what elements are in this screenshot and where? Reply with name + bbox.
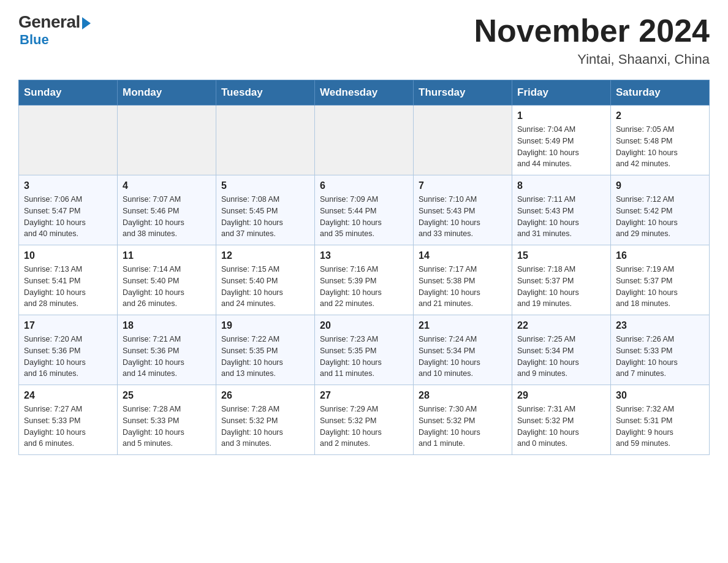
- day-number: 1: [517, 110, 605, 121]
- title-area: November 2024 Yintai, Shaanxi, China: [474, 12, 710, 67]
- calendar-cell: [118, 105, 216, 175]
- calendar-cell: 13Sunrise: 7:16 AM Sunset: 5:39 PM Dayli…: [315, 245, 414, 315]
- day-info: Sunrise: 7:28 AM Sunset: 5:32 PM Dayligh…: [221, 404, 309, 450]
- calendar-cell: 24Sunrise: 7:27 AM Sunset: 5:33 PM Dayli…: [19, 385, 118, 455]
- calendar-cell: 28Sunrise: 7:30 AM Sunset: 5:32 PM Dayli…: [414, 385, 512, 455]
- day-info: Sunrise: 7:22 AM Sunset: 5:35 PM Dayligh…: [221, 334, 309, 380]
- day-number: 12: [221, 250, 309, 261]
- calendar-cell: 20Sunrise: 7:23 AM Sunset: 5:35 PM Dayli…: [315, 315, 414, 385]
- calendar-cell: 19Sunrise: 7:22 AM Sunset: 5:35 PM Dayli…: [216, 315, 315, 385]
- day-number: 7: [419, 180, 507, 191]
- day-info: Sunrise: 7:30 AM Sunset: 5:32 PM Dayligh…: [419, 404, 507, 450]
- day-info: Sunrise: 7:11 AM Sunset: 5:43 PM Dayligh…: [517, 194, 605, 240]
- day-info: Sunrise: 7:25 AM Sunset: 5:34 PM Dayligh…: [517, 334, 605, 380]
- day-number: 27: [320, 390, 408, 401]
- calendar-cell: 3Sunrise: 7:06 AM Sunset: 5:47 PM Daylig…: [19, 175, 118, 245]
- week-row-5: 24Sunrise: 7:27 AM Sunset: 5:33 PM Dayli…: [19, 385, 710, 455]
- day-number: 26: [221, 390, 309, 401]
- week-row-1: 1Sunrise: 7:04 AM Sunset: 5:49 PM Daylig…: [19, 105, 710, 175]
- day-number: 16: [616, 250, 704, 261]
- day-info: Sunrise: 7:15 AM Sunset: 5:40 PM Dayligh…: [221, 264, 309, 310]
- weekday-header-saturday: Saturday: [611, 80, 710, 105]
- day-info: Sunrise: 7:17 AM Sunset: 5:38 PM Dayligh…: [419, 264, 507, 310]
- calendar-cell: [216, 105, 315, 175]
- calendar-cell: 17Sunrise: 7:20 AM Sunset: 5:36 PM Dayli…: [19, 315, 118, 385]
- calendar-cell: 16Sunrise: 7:19 AM Sunset: 5:37 PM Dayli…: [611, 245, 710, 315]
- weekday-header-sunday: Sunday: [19, 80, 118, 105]
- day-number: 21: [419, 320, 507, 331]
- day-info: Sunrise: 7:26 AM Sunset: 5:33 PM Dayligh…: [616, 334, 704, 380]
- day-info: Sunrise: 7:28 AM Sunset: 5:33 PM Dayligh…: [123, 404, 211, 450]
- day-info: Sunrise: 7:13 AM Sunset: 5:41 PM Dayligh…: [24, 264, 112, 310]
- day-info: Sunrise: 7:23 AM Sunset: 5:35 PM Dayligh…: [320, 334, 408, 380]
- logo: General Blue: [18, 12, 91, 48]
- calendar-cell: 4Sunrise: 7:07 AM Sunset: 5:46 PM Daylig…: [118, 175, 216, 245]
- day-number: 22: [517, 320, 605, 331]
- weekday-header-tuesday: Tuesday: [216, 80, 315, 105]
- day-number: 29: [517, 390, 605, 401]
- day-info: Sunrise: 7:16 AM Sunset: 5:39 PM Dayligh…: [320, 264, 408, 310]
- day-info: Sunrise: 7:24 AM Sunset: 5:34 PM Dayligh…: [419, 334, 507, 380]
- day-info: Sunrise: 7:18 AM Sunset: 5:37 PM Dayligh…: [517, 264, 605, 310]
- day-info: Sunrise: 7:32 AM Sunset: 5:31 PM Dayligh…: [616, 404, 704, 450]
- day-info: Sunrise: 7:07 AM Sunset: 5:46 PM Dayligh…: [123, 194, 211, 240]
- day-info: Sunrise: 7:08 AM Sunset: 5:45 PM Dayligh…: [221, 194, 309, 240]
- day-number: 19: [221, 320, 309, 331]
- day-info: Sunrise: 7:14 AM Sunset: 5:40 PM Dayligh…: [123, 264, 211, 310]
- day-number: 6: [320, 180, 408, 191]
- week-row-2: 3Sunrise: 7:06 AM Sunset: 5:47 PM Daylig…: [19, 175, 710, 245]
- calendar-cell: 14Sunrise: 7:17 AM Sunset: 5:38 PM Dayli…: [414, 245, 512, 315]
- day-number: 28: [419, 390, 507, 401]
- weekday-header-wednesday: Wednesday: [315, 80, 414, 105]
- calendar-cell: 15Sunrise: 7:18 AM Sunset: 5:37 PM Dayli…: [512, 245, 611, 315]
- day-info: Sunrise: 7:20 AM Sunset: 5:36 PM Dayligh…: [24, 334, 112, 380]
- day-number: 4: [123, 180, 211, 191]
- calendar-cell: 18Sunrise: 7:21 AM Sunset: 5:36 PM Dayli…: [118, 315, 216, 385]
- day-info: Sunrise: 7:29 AM Sunset: 5:32 PM Dayligh…: [320, 404, 408, 450]
- day-info: Sunrise: 7:04 AM Sunset: 5:49 PM Dayligh…: [517, 124, 605, 170]
- day-info: Sunrise: 7:05 AM Sunset: 5:48 PM Dayligh…: [616, 124, 704, 170]
- day-number: 18: [123, 320, 211, 331]
- calendar-cell: [19, 105, 118, 175]
- calendar-cell: 9Sunrise: 7:12 AM Sunset: 5:42 PM Daylig…: [611, 175, 710, 245]
- calendar-cell: 10Sunrise: 7:13 AM Sunset: 5:41 PM Dayli…: [19, 245, 118, 315]
- day-number: 11: [123, 250, 211, 261]
- day-number: 24: [24, 390, 112, 401]
- calendar-cell: 1Sunrise: 7:04 AM Sunset: 5:49 PM Daylig…: [512, 105, 611, 175]
- calendar-cell: 5Sunrise: 7:08 AM Sunset: 5:45 PM Daylig…: [216, 175, 315, 245]
- day-info: Sunrise: 7:19 AM Sunset: 5:37 PM Dayligh…: [616, 264, 704, 310]
- day-number: 14: [419, 250, 507, 261]
- day-number: 2: [616, 110, 704, 121]
- calendar-cell: 27Sunrise: 7:29 AM Sunset: 5:32 PM Dayli…: [315, 385, 414, 455]
- calendar-cell: 25Sunrise: 7:28 AM Sunset: 5:33 PM Dayli…: [118, 385, 216, 455]
- day-number: 30: [616, 390, 704, 401]
- week-row-3: 10Sunrise: 7:13 AM Sunset: 5:41 PM Dayli…: [19, 245, 710, 315]
- calendar-cell: 22Sunrise: 7:25 AM Sunset: 5:34 PM Dayli…: [512, 315, 611, 385]
- logo-general-text: General: [18, 12, 80, 32]
- calendar-cell: 11Sunrise: 7:14 AM Sunset: 5:40 PM Dayli…: [118, 245, 216, 315]
- logo-blue-text: Blue: [20, 32, 49, 47]
- calendar-cell: 6Sunrise: 7:09 AM Sunset: 5:44 PM Daylig…: [315, 175, 414, 245]
- day-info: Sunrise: 7:27 AM Sunset: 5:33 PM Dayligh…: [24, 404, 112, 450]
- day-info: Sunrise: 7:10 AM Sunset: 5:43 PM Dayligh…: [419, 194, 507, 240]
- logo-arrow-icon: [82, 17, 91, 29]
- day-number: 5: [221, 180, 309, 191]
- calendar-cell: [315, 105, 414, 175]
- calendar-cell: 12Sunrise: 7:15 AM Sunset: 5:40 PM Dayli…: [216, 245, 315, 315]
- month-title: November 2024: [474, 12, 710, 49]
- week-row-4: 17Sunrise: 7:20 AM Sunset: 5:36 PM Dayli…: [19, 315, 710, 385]
- calendar-table: SundayMondayTuesdayWednesdayThursdayFrid…: [18, 80, 710, 455]
- day-info: Sunrise: 7:09 AM Sunset: 5:44 PM Dayligh…: [320, 194, 408, 240]
- weekday-header-thursday: Thursday: [414, 80, 512, 105]
- day-number: 3: [24, 180, 112, 191]
- day-number: 13: [320, 250, 408, 261]
- day-number: 17: [24, 320, 112, 331]
- day-info: Sunrise: 7:31 AM Sunset: 5:32 PM Dayligh…: [517, 404, 605, 450]
- calendar-cell: 7Sunrise: 7:10 AM Sunset: 5:43 PM Daylig…: [414, 175, 512, 245]
- day-number: 15: [517, 250, 605, 261]
- calendar-cell: 2Sunrise: 7:05 AM Sunset: 5:48 PM Daylig…: [611, 105, 710, 175]
- day-number: 20: [320, 320, 408, 331]
- weekday-header-friday: Friday: [512, 80, 611, 105]
- weekday-header-row: SundayMondayTuesdayWednesdayThursdayFrid…: [19, 80, 710, 105]
- calendar-cell: 8Sunrise: 7:11 AM Sunset: 5:43 PM Daylig…: [512, 175, 611, 245]
